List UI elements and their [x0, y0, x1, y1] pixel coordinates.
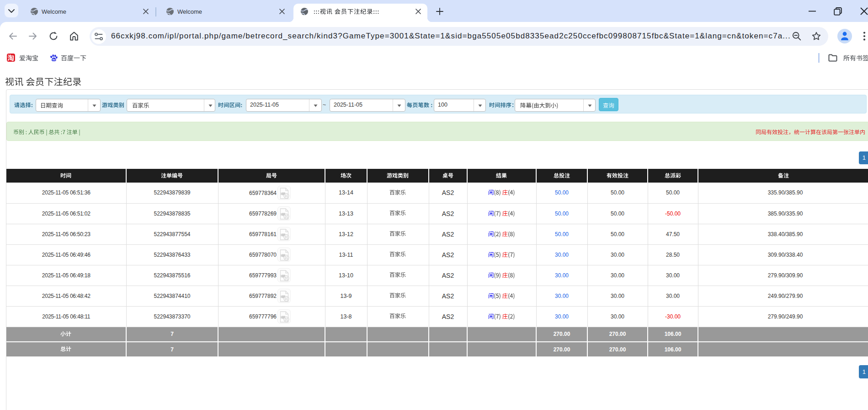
svg-text:du: du — [52, 58, 55, 61]
